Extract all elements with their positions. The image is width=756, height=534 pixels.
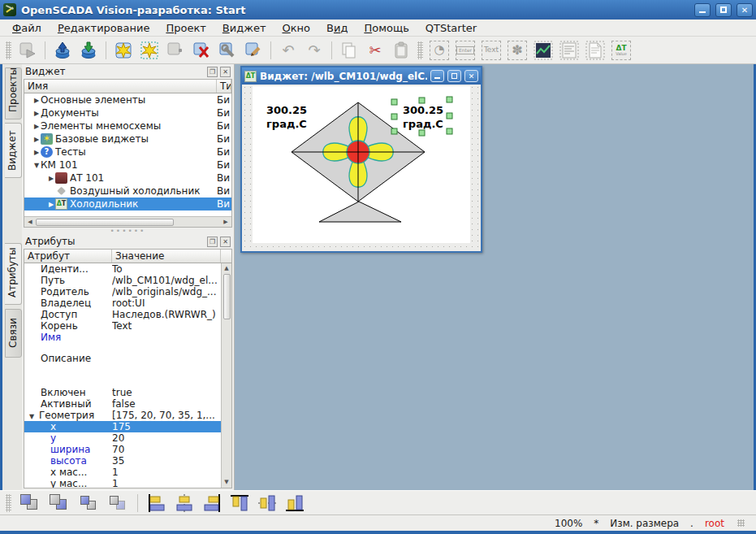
expand-icon[interactable]: ▶ [32, 123, 41, 130]
raise-step-button[interactable] [76, 493, 102, 514]
attr-row-xscale[interactable]: x мас...1 [24, 467, 221, 478]
delete-widget-button[interactable] [189, 39, 214, 62]
attributes-vertical-scrollbar[interactable]: ▲ ▼ [221, 263, 231, 488]
attr-row-geometry[interactable]: ▼Геометрия[175, 20, 70, 35, 1,... [24, 410, 221, 421]
media-element-button[interactable]: ✽ [505, 39, 529, 62]
widget-canvas[interactable]: 300.25 град.C 300.25 град.C [253, 86, 470, 243]
column-attribute[interactable]: Атрибут [24, 250, 112, 263]
dock-splitter[interactable]: •••••• [22, 228, 234, 234]
menu-file[interactable]: Файл [5, 20, 49, 36]
float-icon[interactable]: ❐ [207, 237, 218, 247]
attr-row-parent[interactable]: Родитель/wlb_originals/wdg_... [24, 286, 221, 297]
left-temp-value[interactable]: 300.25 [266, 104, 307, 116]
tree-item-km101[interactable]: ▼КМ 101Би [24, 158, 231, 171]
lower-step-button[interactable] [105, 493, 131, 514]
attr-row-yscale[interactable]: y мас...1 [24, 478, 221, 488]
scrollbar-thumb[interactable] [223, 274, 231, 319]
tab-attributes[interactable]: Атрибуты [5, 243, 22, 305]
align-vcenter-button[interactable] [255, 493, 279, 514]
menu-window[interactable]: Окно [274, 20, 318, 36]
menu-edit[interactable]: Редактирование [50, 20, 157, 36]
attr-row-y[interactable]: y20 [24, 432, 221, 444]
status-user[interactable]: root [705, 518, 724, 529]
attr-row-description[interactable]: Описание [24, 353, 221, 387]
document-element-button[interactable] [583, 39, 607, 62]
align-left-button[interactable] [145, 493, 169, 514]
tab-projects[interactable]: Проекты [5, 67, 22, 119]
figure-element-button[interactable]: ◔ [427, 39, 451, 62]
align-right-button[interactable] [200, 493, 224, 514]
tree-item-base-widgets[interactable]: ▶✶Базовые виджетыБи [24, 132, 231, 145]
text-element-button[interactable]: Text [479, 39, 503, 62]
align-top-button[interactable] [227, 493, 252, 514]
toolbar-handle[interactable] [6, 41, 11, 59]
attr-row-owner[interactable]: Владелецroot:UI [24, 297, 221, 309]
align-bottom-button[interactable] [283, 493, 307, 514]
widget-properties-button[interactable] [215, 39, 240, 62]
value-element-button[interactable]: ΔTValue [609, 39, 633, 62]
widget-edit-window[interactable]: ΔT Виджет: /wlb_CM101/wdg_elC... ✕ [240, 66, 482, 253]
cooler-triangle[interactable] [319, 202, 401, 222]
raise-button[interactable] [17, 493, 43, 514]
tree-item-mnemo-elements[interactable]: ▶Элементы мнемосхемыБи [24, 119, 231, 132]
close-button[interactable]: ✕ [737, 3, 753, 17]
float-icon[interactable]: ❐ [207, 67, 218, 77]
load-from-db-button[interactable] [50, 39, 75, 62]
tree-item-tests[interactable]: ▶?ТестыБи [24, 145, 231, 158]
menu-project[interactable]: Проект [158, 20, 213, 36]
left-temp-units[interactable]: град.C [266, 118, 307, 130]
expand-icon[interactable]: ▶ [32, 110, 41, 117]
paste-button[interactable] [389, 39, 413, 62]
menu-help[interactable]: Помощь [356, 20, 416, 36]
new-library-button[interactable] [111, 39, 136, 62]
expand-icon[interactable]: ▶ [32, 136, 41, 143]
edit-widget-button[interactable] [241, 39, 266, 62]
attr-row-name[interactable]: Имя [24, 332, 221, 353]
column-type[interactable]: Тип [217, 80, 231, 93]
widget-window-titlebar[interactable]: ΔT Виджет: /wlb_CM101/wdg_elC... ✕ [242, 67, 481, 85]
menu-view[interactable]: Вид [319, 20, 355, 36]
close-icon[interactable]: ✕ [220, 237, 231, 247]
menu-qtstarter[interactable]: QTStarter [418, 20, 484, 36]
tree-item-air-cooler[interactable]: ◆Воздушный холодильникВи [24, 185, 231, 198]
run-widget-button[interactable] [15, 39, 40, 62]
maximize-button[interactable] [715, 3, 732, 17]
redo-button[interactable]: ↷ [302, 39, 326, 62]
scroll-left-icon[interactable]: ◀ [24, 219, 36, 225]
resize-grip[interactable] [737, 519, 745, 527]
collapse-icon[interactable]: ▼ [32, 162, 41, 169]
copy-button[interactable] [337, 39, 361, 62]
new-widget-button[interactable] [137, 39, 162, 62]
elements-toolbar-handle[interactable] [417, 41, 423, 59]
lower-button[interactable] [46, 493, 72, 514]
expand-icon[interactable]: ▶ [47, 201, 55, 208]
attr-row-height[interactable]: высота35 [24, 455, 221, 467]
column-name[interactable]: Имя [24, 80, 217, 93]
scroll-down-icon[interactable]: ▼ [224, 477, 228, 488]
expand-icon[interactable]: ▶ [47, 175, 55, 182]
toolbar-handle[interactable] [6, 494, 11, 512]
attr-row-x-selected[interactable]: x175 [24, 421, 221, 432]
cut-button[interactable]: ✂ [363, 39, 387, 62]
attr-row-enabled[interactable]: Включенtrue [24, 387, 221, 398]
save-to-db-button[interactable] [76, 39, 101, 62]
menu-widget[interactable]: Виджет [215, 20, 274, 36]
attr-row-width[interactable]: ширина70 [24, 444, 221, 455]
protocol-element-button[interactable] [557, 39, 581, 62]
expand-icon[interactable]: ▶ [32, 97, 41, 104]
right-temp-value[interactable]: 300.25 [403, 104, 443, 116]
attr-row-active[interactable]: Активныйfalse [24, 398, 221, 410]
tree-item-at101[interactable]: ▶АТ 101Ви [24, 171, 231, 185]
attr-row-id[interactable]: Иденти...To [24, 263, 221, 275]
maximize-button[interactable] [447, 70, 461, 82]
column-value[interactable]: Значение [112, 250, 221, 263]
attr-row-path[interactable]: Путь/wlb_CM101/wdg_el... [24, 275, 221, 286]
attr-row-access[interactable]: ДоступНаследов.(RWRWR_) [24, 309, 221, 320]
close-icon[interactable]: ✕ [220, 67, 231, 77]
tree-horizontal-scrollbar[interactable]: ◀ ▶ [24, 216, 231, 227]
tab-links[interactable]: Связи [5, 309, 22, 358]
form-element-button[interactable]: Enter [453, 39, 477, 62]
tree-item-documents[interactable]: ▶ДокументыБи [24, 106, 231, 119]
close-button[interactable]: ✕ [464, 70, 478, 82]
tree-item-cooler-selected[interactable]: ▶ΔTХолодильникВи [24, 198, 231, 211]
